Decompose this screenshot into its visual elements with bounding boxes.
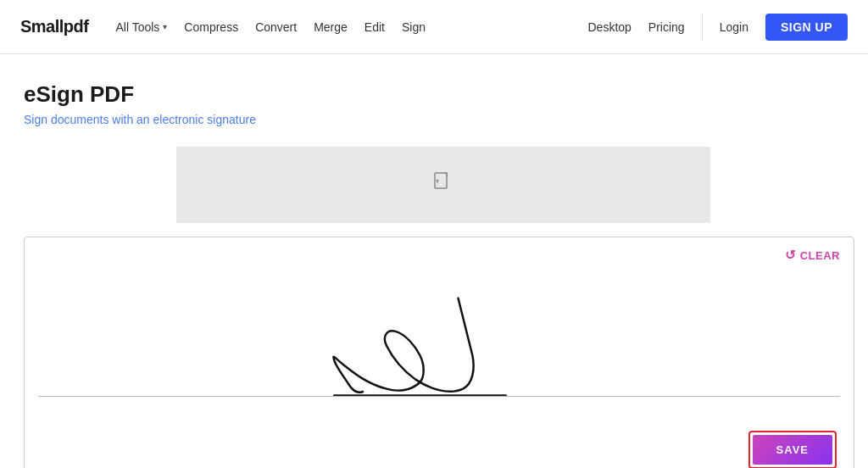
nav-pricing[interactable]: Pricing bbox=[648, 20, 685, 34]
nav-divider bbox=[702, 14, 703, 41]
nav-compress[interactable]: Compress bbox=[184, 20, 238, 34]
page-subtitle: Sign documents with an electronic signat… bbox=[24, 113, 739, 126]
page-title: eSign PDF bbox=[24, 81, 739, 108]
signature-baseline bbox=[38, 396, 840, 397]
login-button[interactable]: Login bbox=[720, 20, 748, 34]
nav-left: All Tools ▾ Compress Convert Merge Edit … bbox=[115, 20, 587, 34]
signature-toolbar: ↺ CLEAR bbox=[38, 248, 840, 263]
signature-canvas[interactable] bbox=[38, 270, 840, 422]
nav-right: Desktop Pricing Login SIGN UP bbox=[588, 14, 849, 41]
nav-sign[interactable]: Sign bbox=[402, 20, 426, 34]
file-upload-icon bbox=[434, 172, 453, 198]
logo[interactable]: Smallpdf bbox=[20, 17, 88, 36]
save-button[interactable]: SAVE bbox=[753, 435, 832, 465]
signup-button[interactable]: SIGN UP bbox=[765, 14, 848, 41]
nav-desktop[interactable]: Desktop bbox=[588, 20, 632, 34]
clear-button[interactable]: ↺ CLEAR bbox=[785, 248, 840, 263]
save-area: SAVE bbox=[38, 431, 840, 468]
header: Smallpdf All Tools ▾ Compress Convert Me… bbox=[0, 0, 868, 54]
nav-merge[interactable]: Merge bbox=[314, 20, 348, 34]
chevron-down-icon: ▾ bbox=[163, 22, 167, 31]
save-button-wrapper: SAVE bbox=[748, 431, 837, 468]
undo-icon: ↺ bbox=[785, 248, 797, 263]
main-content: eSign PDF Sign documents with an electro… bbox=[0, 54, 763, 468]
nav-edit[interactable]: Edit bbox=[364, 20, 385, 34]
nav-convert[interactable]: Convert bbox=[255, 20, 297, 34]
upload-area[interactable] bbox=[176, 147, 710, 223]
nav-all-tools[interactable]: All Tools ▾ bbox=[115, 20, 167, 34]
signature-pad[interactable]: ↺ CLEAR SAVE bbox=[24, 237, 854, 468]
